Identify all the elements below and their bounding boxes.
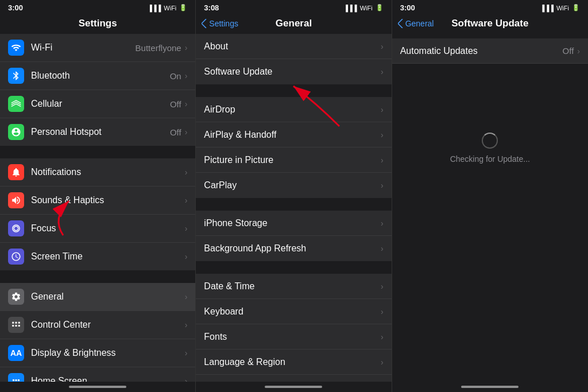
nav-back-label-3: General bbox=[405, 19, 434, 28]
wifi-icon-3: WiFi bbox=[556, 5, 569, 11]
nav-back-softwareupdate[interactable]: General bbox=[398, 19, 434, 28]
carplay-label: CarPlay bbox=[204, 180, 381, 191]
status-icons-2: ▐▐▐ WiFi 🔋 bbox=[343, 4, 383, 11]
iphonestorage-chevron: › bbox=[381, 219, 384, 228]
airdrop-item[interactable]: AirDrop › bbox=[196, 97, 391, 122]
nav-back-label-2: Settings bbox=[209, 19, 238, 28]
bluetooth-chevron: › bbox=[185, 71, 188, 80]
datetime-chevron: › bbox=[381, 282, 384, 291]
display-item[interactable]: AA Display & Brightness › bbox=[0, 339, 195, 367]
softwareupdate-content: Automatic Updates Off › Checking for Upd… bbox=[392, 34, 588, 382]
general-group4: Date & Time › Keyboard › Fonts › Languag… bbox=[196, 274, 391, 382]
screentime-item[interactable]: Screen Time › bbox=[0, 243, 195, 270]
notifications-item[interactable]: Notifications › bbox=[0, 158, 195, 187]
nav-bar-settings: Settings bbox=[0, 14, 195, 34]
status-icons-3: ▐▐▐ WiFi 🔋 bbox=[540, 4, 580, 11]
softwareupdate-chevron: › bbox=[381, 67, 384, 76]
about-item[interactable]: About › bbox=[196, 34, 391, 59]
status-time-3: 3:00 bbox=[400, 3, 415, 12]
pictureinpicture-label: Picture in Picture bbox=[204, 155, 381, 165]
general-screen: 3:08 ▐▐▐ WiFi 🔋 Settings General About › bbox=[196, 0, 392, 392]
battery-icon: 🔋 bbox=[179, 4, 187, 11]
screentime-chevron: › bbox=[185, 252, 188, 261]
airplayhandoff-item[interactable]: AirPlay & Handoff › bbox=[196, 122, 391, 148]
focus-item[interactable]: Focus › bbox=[0, 215, 195, 243]
controlcenter-icon-bg bbox=[8, 317, 24, 333]
panel-general: 3:08 ▐▐▐ WiFi 🔋 Settings General About › bbox=[196, 0, 392, 392]
dictionary-item[interactable]: Dictionary › bbox=[196, 375, 391, 382]
homescreen-item[interactable]: Home Screen › bbox=[0, 367, 195, 382]
home-bar-1 bbox=[69, 386, 126, 388]
status-bar-2: 3:08 ▐▐▐ WiFi 🔋 bbox=[196, 0, 391, 14]
signal-icon-3: ▐▐▐ bbox=[540, 5, 554, 11]
autoupdates-value: Off bbox=[563, 46, 574, 56]
about-chevron: › bbox=[381, 42, 384, 51]
wifi-item[interactable]: Wi-Fi Butterflyone › bbox=[0, 34, 195, 62]
bluetooth-item[interactable]: Bluetooth On › bbox=[0, 62, 195, 90]
wifi-label: Wi-Fi bbox=[31, 42, 136, 53]
general-sep1 bbox=[196, 86, 391, 97]
home-indicator-3 bbox=[392, 382, 588, 392]
fonts-item[interactable]: Fonts › bbox=[196, 324, 391, 350]
controlcenter-label: Control Center bbox=[31, 320, 185, 330]
wifi-icon: WiFi bbox=[164, 5, 176, 11]
cellular-chevron: › bbox=[185, 99, 188, 108]
cellular-item[interactable]: Cellular Off › bbox=[0, 90, 195, 118]
softwareupdate-item[interactable]: Software Update › bbox=[196, 59, 391, 84]
nav-back-general[interactable]: Settings bbox=[202, 19, 238, 28]
panel-settings: 3:00 ▐▐▐ WiFi 🔋 Settings Wi-Fi Butterfly… bbox=[0, 0, 196, 392]
general-group3: iPhone Storage › Background App Refresh … bbox=[196, 211, 391, 261]
wifi-value: Butterflyone bbox=[136, 43, 181, 53]
hotspot-chevron: › bbox=[185, 127, 188, 137]
settings-list[interactable]: Wi-Fi Butterflyone › Bluetooth On › bbox=[0, 34, 195, 382]
home-bar-3 bbox=[461, 386, 519, 388]
battery-icon-2: 🔋 bbox=[376, 4, 384, 11]
sounds-item[interactable]: Sounds & Haptics › bbox=[0, 187, 195, 215]
cellular-label: Cellular bbox=[31, 99, 170, 109]
datetime-item[interactable]: Date & Time › bbox=[196, 274, 391, 299]
about-label: About bbox=[204, 41, 381, 52]
controlcenter-item[interactable]: Control Center › bbox=[0, 311, 195, 339]
iphonestorage-label: iPhone Storage bbox=[204, 218, 381, 228]
notifications-group: Notifications › Sounds & Haptics › Focus… bbox=[0, 158, 195, 270]
bgrefresh-item[interactable]: Background App Refresh › bbox=[196, 236, 391, 261]
battery-icon-3: 🔋 bbox=[572, 4, 580, 11]
general-label: General bbox=[31, 292, 185, 302]
airplayhandoff-chevron: › bbox=[381, 130, 384, 139]
nav-title-settings: Settings bbox=[79, 18, 117, 29]
carplay-item[interactable]: CarPlay › bbox=[196, 173, 391, 198]
general-list[interactable]: About › Software Update › AirDrop › AirP… bbox=[196, 34, 391, 382]
bgrefresh-label: Background App Refresh bbox=[204, 243, 381, 254]
spinner bbox=[482, 133, 498, 149]
autoupdates-item[interactable]: Automatic Updates Off › bbox=[392, 38, 588, 64]
pictureinpicture-item[interactable]: Picture in Picture › bbox=[196, 148, 391, 173]
hotspot-item[interactable]: Personal Hotspot Off › bbox=[0, 118, 195, 146]
focus-chevron: › bbox=[185, 224, 188, 233]
softwareupdate-screen: 3:00 ▐▐▐ WiFi 🔋 General Software Update … bbox=[392, 0, 588, 392]
focus-icon-bg bbox=[8, 220, 24, 236]
general-group: General › Control Center › AA Display & … bbox=[0, 283, 195, 382]
hotspot-icon-bg bbox=[8, 124, 24, 140]
bluetooth-label: Bluetooth bbox=[31, 71, 170, 81]
sounds-label: Sounds & Haptics bbox=[31, 195, 185, 205]
wifi-chevron: › bbox=[185, 43, 188, 52]
general-sep3 bbox=[196, 262, 391, 274]
status-time-2: 3:08 bbox=[204, 3, 219, 12]
nav-title-softwareupdate: Software Update bbox=[451, 18, 528, 29]
checking-container: Checking for Update... bbox=[392, 133, 588, 164]
languageregion-item[interactable]: Language & Region › bbox=[196, 350, 391, 375]
home-bar-2 bbox=[265, 386, 322, 388]
pictureinpicture-chevron: › bbox=[381, 156, 384, 165]
keyboard-item[interactable]: Keyboard › bbox=[196, 299, 391, 324]
general-icon-bg bbox=[8, 289, 24, 305]
iphonestorage-item[interactable]: iPhone Storage › bbox=[196, 211, 391, 236]
nav-title-general: General bbox=[276, 18, 312, 29]
display-label: Display & Brightness bbox=[31, 348, 185, 358]
carplay-chevron: › bbox=[381, 181, 384, 190]
wifi-icon-2: WiFi bbox=[360, 5, 373, 11]
general-group2: AirDrop › AirPlay & Handoff › Picture in… bbox=[196, 97, 391, 198]
signal-icon-2: ▐▐▐ bbox=[343, 5, 357, 11]
general-item[interactable]: General › bbox=[0, 283, 195, 311]
cellular-value: Off bbox=[170, 99, 181, 109]
home-indicator-2 bbox=[196, 382, 391, 392]
